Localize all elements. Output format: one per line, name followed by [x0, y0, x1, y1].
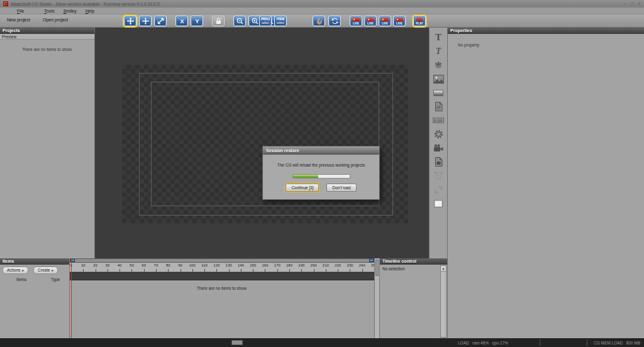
object-3d-tool-button[interactable]: [431, 59, 445, 71]
text-tool-button[interactable]: T: [431, 31, 445, 43]
properties-empty-text: No property: [458, 43, 644, 47]
horizontal-scrollbar-thumb[interactable]: [231, 340, 243, 345]
cg4-live-button[interactable]: LIVE: [393, 16, 406, 26]
clock-tool-button[interactable]: [431, 128, 445, 140]
live-indicator-icon: [367, 18, 374, 21]
timeline-ruler[interactable]: 0102030405060708090100110120130140150160…: [70, 263, 374, 272]
cg2-live-button[interactable]: LIVE: [364, 16, 377, 26]
load-status-text: LOAD ram 46% cpu 17%: [458, 341, 508, 345]
fire-effect-button[interactable]: [313, 16, 325, 26]
ruler-tick: [168, 269, 169, 272]
refresh-icon: [331, 17, 339, 25]
counter-tool-button[interactable]: 0:00: [431, 114, 445, 126]
ruler-label: 50: [126, 263, 136, 267]
styled-text-tool-button[interactable]: T: [431, 45, 445, 57]
canvas[interactable]: Session restore The CG will reload the p…: [95, 28, 429, 258]
close-button[interactable]: ×: [638, 1, 641, 7]
ruler-label: 170: [272, 263, 282, 267]
ruler-label: 40: [114, 263, 125, 267]
ruler-label: 70: [151, 263, 161, 267]
type-column-header[interactable]: Type: [43, 277, 68, 282]
titlebar[interactable]: MagicSoft CG Studio - [New version avail…: [0, 0, 644, 8]
ruler-tick: [108, 269, 108, 272]
gradient-icon: [433, 90, 443, 96]
menu-tools[interactable]: Tools: [40, 8, 58, 14]
camera-tool-button[interactable]: [431, 142, 445, 154]
maximize-button[interactable]: □: [630, 1, 633, 7]
ruler-tick: [326, 269, 326, 272]
projects-empty-text: There are no items to show.: [0, 47, 94, 52]
swatch-tool-button[interactable]: [431, 197, 445, 209]
menu-help[interactable]: Help: [81, 8, 99, 14]
counter-icon: 0:00: [433, 118, 444, 123]
cg3-live-button[interactable]: LIVE: [379, 16, 391, 26]
dialog-titlebar[interactable]: Session restore: [263, 146, 379, 155]
scroll-up-arrow-icon[interactable]: ▲: [441, 266, 446, 272]
ruler-label: 10: [78, 263, 88, 267]
timeline-vertical-scrollbar[interactable]: [374, 258, 379, 338]
image-tool-button[interactable]: [431, 73, 445, 85]
timeline-control-scrollbar[interactable]: ▲: [440, 265, 447, 338]
ruler-tick: [180, 269, 181, 272]
move-tool-button[interactable]: [124, 16, 136, 26]
scale-tool-button[interactable]: [154, 16, 167, 26]
move-icon: [126, 17, 135, 25]
continue-button[interactable]: Continue [3]: [286, 184, 319, 192]
transform-tool-button[interactable]: [431, 184, 445, 196]
gradient-tool-button[interactable]: [431, 87, 445, 99]
ruler-label: 180: [284, 263, 294, 267]
align-tool-button[interactable]: [431, 170, 445, 182]
actions-button[interactable]: Actions ▸: [3, 267, 28, 274]
timeline-empty-text: There are no items to show.: [70, 286, 374, 290]
actions-label: Actions: [7, 268, 20, 273]
cg4-live-label: LIVE: [396, 22, 402, 25]
constrain-x-button[interactable]: X: [175, 16, 188, 26]
refresh-button[interactable]: [328, 16, 341, 26]
svg-text:X: X: [180, 18, 184, 25]
item-select-button[interactable]: ITEMselect: [274, 16, 287, 26]
dont-load-button[interactable]: Don't load: [326, 184, 356, 192]
cg1-live-button[interactable]: LIVE: [350, 16, 362, 26]
new-project-button[interactable]: New project: [4, 16, 33, 23]
menu-smiley[interactable]: Smiley: [59, 8, 81, 14]
preview-column-header[interactable]: Preview: [0, 34, 94, 40]
range-handle-right[interactable]: [369, 259, 374, 262]
open-project-button[interactable]: Open project: [40, 16, 71, 23]
ruler-tick: [362, 269, 363, 272]
lock-button[interactable]: [212, 16, 225, 26]
timeline-range-slider[interactable]: [70, 258, 374, 263]
ruler-label: 60: [139, 263, 149, 267]
ruler-label: 200: [309, 263, 319, 267]
playhead[interactable]: [71, 258, 72, 338]
proj-select-top: PROJ: [261, 17, 270, 21]
app-window: MagicSoft CG Studio - [New version avail…: [0, 0, 644, 347]
pan-tool-button[interactable]: [139, 16, 152, 26]
menu-file[interactable]: File: [13, 8, 28, 14]
zoom-out-button[interactable]: [233, 16, 246, 26]
ruler-tick: [277, 269, 278, 272]
proj-select-button[interactable]: PROJselect: [259, 16, 272, 26]
minimize-button[interactable]: –: [623, 1, 626, 7]
document-tool-button[interactable]: [431, 101, 445, 113]
y-axis-icon: Y: [193, 17, 201, 25]
cg3-live-label: LIVE: [382, 22, 388, 25]
styled-text-icon: T: [436, 47, 441, 57]
ruler-label: 120: [211, 263, 221, 267]
timeline-track[interactable]: [70, 272, 374, 280]
resize-diagonal-icon: [157, 17, 165, 25]
progress-fill: [293, 175, 319, 178]
items-column-header[interactable]: Items: [0, 277, 43, 282]
document-icon: [435, 102, 443, 111]
svg-text:Y: Y: [195, 18, 199, 25]
window-title: MagicSoft CG Studio - [New version avail…: [11, 2, 160, 6]
ruler-tick: [192, 269, 193, 272]
create-button[interactable]: Create ▸: [33, 267, 58, 274]
play-button[interactable]: PLAY: [413, 16, 426, 26]
ruler-label: 100: [187, 263, 197, 267]
page-tool-button[interactable]: [431, 156, 445, 168]
timeline-area[interactable]: 0102030405060708090100110120130140150160…: [70, 258, 379, 338]
constrain-y-button[interactable]: Y: [191, 16, 203, 26]
cg-mem-load-text: CG MEM LOAD 800 MB: [594, 341, 640, 345]
ruler-tick: [119, 269, 120, 272]
scrollbar-thumb[interactable]: [375, 260, 379, 276]
